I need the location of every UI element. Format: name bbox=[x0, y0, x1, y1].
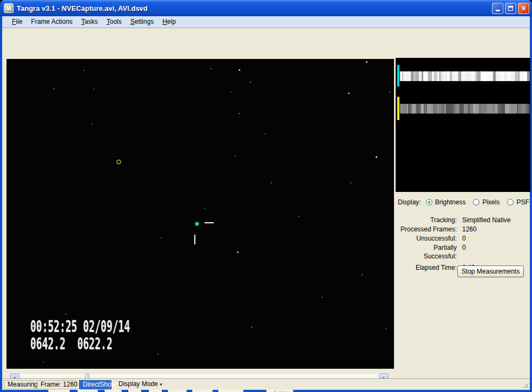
star bbox=[43, 362, 44, 363]
stat-value: 0 bbox=[462, 234, 466, 243]
radio-circle-icon bbox=[473, 199, 480, 205]
star bbox=[321, 297, 323, 298]
status-display-mode[interactable]: Display Mode ▾ bbox=[115, 380, 166, 389]
star bbox=[265, 134, 266, 135]
stat-label: Partially Successful: bbox=[399, 243, 457, 261]
menu-tasks[interactable]: Tasks bbox=[77, 16, 102, 28]
title-bar[interactable]: M Tangra v3.1 - NVECapture.avi, AVI.dsvd… bbox=[0, 0, 532, 16]
star bbox=[211, 68, 212, 69]
stat-label: Elapsed Time: bbox=[399, 263, 457, 272]
radio-pixels[interactable]: Pixels bbox=[473, 198, 500, 206]
aperture-h-line bbox=[205, 222, 214, 223]
stat-label: Tracking: bbox=[399, 216, 457, 224]
menu-bar: FileFrame ActionsTasksToolsSettingsHelp bbox=[2, 16, 530, 28]
star bbox=[350, 182, 351, 183]
stat-row: Partially Successful:0 bbox=[399, 243, 528, 261]
radio-label: Brightness bbox=[435, 198, 466, 206]
star bbox=[366, 61, 367, 63]
stat-value: Simplified Native bbox=[462, 216, 510, 224]
menu-settings[interactable]: Settings bbox=[126, 16, 158, 28]
radio-brightness[interactable]: Brightness bbox=[426, 198, 466, 206]
star bbox=[376, 156, 377, 158]
star bbox=[251, 327, 252, 328]
stat-value: 1260 bbox=[462, 225, 477, 234]
star bbox=[362, 274, 363, 275]
target-1-marker bbox=[397, 65, 399, 87]
stat-row: Tracking:Simplified Native bbox=[399, 216, 528, 224]
app-window: M Tangra v3.1 - NVECapture.avi, AVI.dsvd… bbox=[0, 0, 532, 392]
stat-label: Unsuccessful: bbox=[399, 234, 457, 243]
star bbox=[250, 82, 251, 83]
menu-file[interactable]: File bbox=[8, 16, 27, 28]
star bbox=[237, 251, 239, 253]
stop-measurements-button[interactable]: Stop Measurements bbox=[457, 265, 524, 277]
video-frame[interactable]: 00:52:25 02/09/140642.2 0622.2 bbox=[6, 59, 394, 369]
app-icon: M bbox=[4, 3, 14, 13]
status-directshow[interactable]: DirectShow bbox=[79, 380, 111, 389]
star bbox=[239, 69, 240, 71]
brightness-strip-2 bbox=[400, 104, 530, 114]
light-curve-panel bbox=[396, 58, 530, 192]
radio-circle-icon bbox=[426, 199, 432, 205]
star bbox=[239, 113, 240, 114]
status-frame-1260: Frame: 1260 bbox=[37, 380, 76, 389]
display-label: Display: bbox=[398, 198, 421, 206]
radio-label: PSF bbox=[516, 198, 529, 206]
star bbox=[160, 237, 161, 238]
star bbox=[389, 91, 390, 92]
star bbox=[348, 92, 350, 94]
menu-tools[interactable]: Tools bbox=[102, 16, 126, 28]
star bbox=[91, 124, 93, 125]
minimize-icon bbox=[496, 10, 500, 11]
radio-psf[interactable]: PSF bbox=[507, 198, 529, 206]
close-button[interactable]: × bbox=[518, 3, 529, 14]
star bbox=[93, 89, 94, 90]
star bbox=[157, 354, 159, 355]
status-measuring: Measuring bbox=[4, 380, 34, 389]
dropdown-arrow-icon: ▾ bbox=[160, 382, 162, 387]
star bbox=[54, 88, 55, 89]
radio-circle-icon bbox=[507, 199, 514, 205]
star bbox=[204, 208, 205, 209]
close-icon: × bbox=[521, 4, 526, 12]
menu-help[interactable]: Help bbox=[158, 16, 180, 28]
display-mode-row: Display: BrightnessPixelsPSF bbox=[398, 198, 532, 206]
window-title: Tangra v3.1 - NVECapture.avi, AVI.dsvd bbox=[17, 4, 492, 12]
maximize-icon bbox=[508, 6, 513, 11]
stats: Tracking:Simplified NativeProcessed Fram… bbox=[399, 216, 528, 273]
star bbox=[65, 314, 67, 315]
maximize-button[interactable] bbox=[505, 3, 516, 14]
star bbox=[235, 155, 236, 156]
star bbox=[385, 328, 386, 329]
star bbox=[230, 91, 231, 92]
resize-grip-icon[interactable] bbox=[522, 382, 529, 389]
star bbox=[83, 70, 84, 71]
star bbox=[271, 182, 272, 183]
aperture-v-line bbox=[194, 235, 195, 244]
target-2-marker bbox=[397, 97, 399, 120]
brightness-strip-1 bbox=[400, 71, 530, 81]
stat-row: Unsuccessful:0 bbox=[399, 234, 528, 243]
vti-timestamp: 00:52:25 02/09/140642.2 0622.2 bbox=[30, 318, 130, 353]
stat-row: Processed Frames:1260 bbox=[399, 225, 528, 234]
status-bar: MeasuringFrame: 1260DirectShowDisplay Mo… bbox=[2, 378, 530, 390]
guide-star-marker bbox=[116, 160, 121, 164]
stat-value: 0 bbox=[462, 243, 466, 261]
tracked-target-marker bbox=[195, 222, 199, 225]
client-area: 00:52:25 02/09/140642.2 0622.2 Display: … bbox=[2, 28, 530, 378]
stat-label: Processed Frames: bbox=[399, 225, 457, 234]
display-options: BrightnessPixelsPSF bbox=[426, 198, 532, 206]
menu-frame-actions[interactable]: Frame Actions bbox=[27, 16, 77, 28]
star bbox=[298, 216, 299, 217]
radio-label: Pixels bbox=[482, 198, 500, 206]
minimize-button[interactable] bbox=[492, 3, 503, 14]
